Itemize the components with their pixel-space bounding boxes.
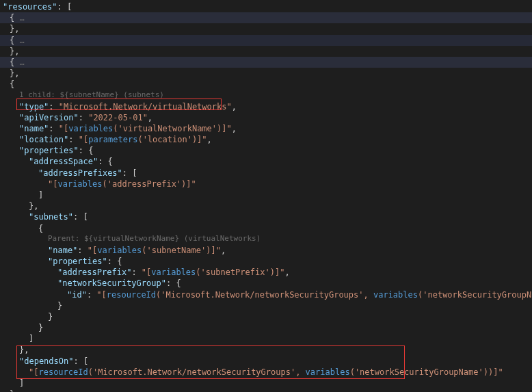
inline-hint: 1 child: ${subnetName} (subnets) <box>0 90 532 101</box>
bracket: ] <box>29 334 34 343</box>
json-key: "addressPrefix" <box>57 267 131 277</box>
json-string: ( <box>196 267 200 277</box>
punct: : { <box>107 257 122 266</box>
json-string: ( <box>137 135 142 144</box>
brace: { <box>10 13 19 23</box>
punct: : [ <box>73 356 88 366</box>
json-string: ( <box>113 124 118 133</box>
inline-hint: Parent: ${virtualNetworkName} (virtualNe… <box>0 234 532 245</box>
punct: : [ <box>122 168 137 178</box>
code-line[interactable]: ] <box>0 378 532 389</box>
function: variables <box>373 290 418 300</box>
json-string: "[ <box>29 367 38 377</box>
punct: , <box>232 124 237 133</box>
code-line[interactable]: } <box>0 311 532 322</box>
code-line[interactable]: "location": "[parameters('location')]", <box>0 134 532 145</box>
code-line[interactable]: } <box>0 300 532 311</box>
bracket: ] <box>38 190 43 200</box>
code-line-collapsed[interactable]: { … <box>0 57 532 68</box>
punct: , <box>221 246 226 255</box>
json-string: "[ <box>59 124 68 133</box>
code-line[interactable]: "[resourceId('Microsoft.Network/networkS… <box>0 367 532 378</box>
code-line[interactable]: ] <box>0 333 532 344</box>
code-line[interactable]: }, <box>0 68 532 79</box>
code-line[interactable]: }, <box>0 46 532 57</box>
code-line[interactable]: "[variables('addressPrefix')]" <box>0 179 532 190</box>
function: variables <box>97 246 142 255</box>
function: resourceId <box>107 290 156 300</box>
function: resourceId <box>38 367 88 377</box>
code-line[interactable]: "id": "[resourceId('Microsoft.Network/ne… <box>0 289 532 300</box>
code-line[interactable]: "type": "Microsoft.Network/virtualNetwor… <box>0 101 532 112</box>
brace: } <box>57 301 62 311</box>
json-string: ( <box>88 367 93 377</box>
punct: , <box>232 102 237 112</box>
ellipsis-icon: … <box>19 57 24 67</box>
param: 'subnetPrefix' <box>201 267 270 277</box>
punct: : <box>77 246 87 255</box>
json-string: )]" <box>206 246 221 255</box>
code-line[interactable]: "properties": { <box>0 256 532 267</box>
param: 'Microsoft.Network/networkSecurityGroups… <box>161 290 363 300</box>
code-line[interactable]: "name": "[variables('virtualNetworkName'… <box>0 123 532 134</box>
param: 'virtualNetworkName' <box>118 124 217 133</box>
code-line[interactable]: } <box>0 322 532 333</box>
json-key: "resources" <box>3 2 57 12</box>
param: 'addressPrefix' <box>107 179 181 189</box>
json-string: ( <box>102 179 107 189</box>
json-string: )]" <box>181 179 196 189</box>
code-line[interactable]: "apiVersion": "2022-05-01", <box>0 112 532 123</box>
punct: , <box>14 24 19 34</box>
code-line[interactable]: "name": "[variables('subnetName')]", <box>0 245 532 256</box>
code-line[interactable]: }, <box>0 23 532 34</box>
code-line[interactable]: "addressSpace": { <box>0 156 532 167</box>
json-key: "name" <box>19 124 49 133</box>
param: 'location' <box>143 135 192 144</box>
json-key: "dependsOn" <box>19 356 73 366</box>
code-line[interactable]: }, <box>0 344 532 355</box>
code-line[interactable]: "addressPrefixes": [ <box>0 168 532 179</box>
code-line[interactable]: "addressPrefix": "[variables('subnetPref… <box>0 267 532 278</box>
json-string: "[ <box>142 267 151 277</box>
punct: : <box>79 113 88 122</box>
json-key: "properties" <box>19 146 79 155</box>
punct: : [ <box>73 212 88 222</box>
json-key: "location" <box>19 135 68 144</box>
code-line[interactable]: }, <box>0 200 532 211</box>
param: 'networkSecurityGroupName' <box>355 367 483 377</box>
code-line[interactable]: "properties": { <box>0 145 532 156</box>
punct: : <box>68 135 78 144</box>
function: variables <box>57 179 102 189</box>
function: variables <box>306 367 350 377</box>
json-key: "addressPrefixes" <box>38 168 122 178</box>
code-line[interactable]: "resources": [ <box>0 1 532 12</box>
code-line[interactable]: { <box>0 223 532 234</box>
code-line-collapsed[interactable]: { … <box>0 12 532 23</box>
json-string: ( <box>350 367 355 377</box>
function: parameters <box>88 135 137 144</box>
json-string: , <box>364 290 373 300</box>
punct: , <box>24 345 29 354</box>
json-key: "addressSpace" <box>29 157 98 166</box>
param: 'subnetName' <box>147 246 207 255</box>
code-line[interactable]: "subnets": [ <box>0 211 532 222</box>
code-line[interactable]: "dependsOn": [ <box>0 356 532 367</box>
brace: { <box>38 224 43 233</box>
json-string: "[ <box>96 290 106 300</box>
json-string: , <box>295 367 305 377</box>
brace: { <box>10 79 14 89</box>
json-string: "[ <box>88 246 97 255</box>
code-line[interactable]: ] <box>0 190 532 200</box>
function: variables <box>151 267 196 277</box>
code-editor[interactable]: "resources": [ { … }, { … }, { … }, { 1 … <box>0 1 532 392</box>
punct: , <box>14 68 19 78</box>
code-line[interactable]: { <box>0 79 532 90</box>
json-string: )]" <box>217 124 232 133</box>
json-key: "subnets" <box>29 212 73 222</box>
json-string: "2022-05-01" <box>88 113 148 122</box>
code-line[interactable]: "networkSecurityGroup": { <box>0 278 532 289</box>
brace: { <box>10 36 19 45</box>
code-line-collapsed[interactable]: { … <box>0 35 532 46</box>
code-line[interactable]: }, <box>0 389 532 392</box>
punct: : [ <box>57 2 72 12</box>
